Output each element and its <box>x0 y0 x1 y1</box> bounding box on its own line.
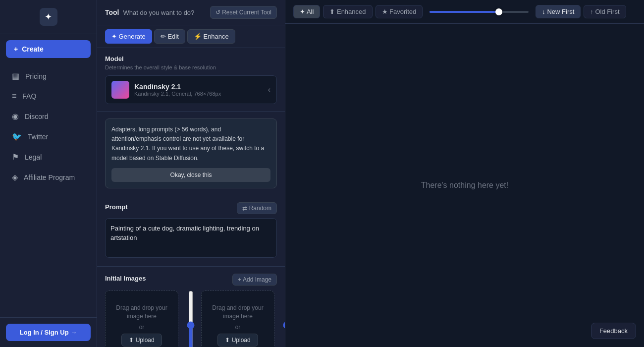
initial-images-section: Initial Images + Add Image Drag and drop… <box>97 267 285 347</box>
edit-button[interactable]: ✏ Edit <box>154 29 185 44</box>
random-button[interactable]: ⇄ Random <box>237 202 277 214</box>
sidebar-item-affiliate[interactable]: ◈ Affiliate Program <box>4 168 93 187</box>
prompt-label: Prompt <box>105 203 128 211</box>
plus-icon: + <box>14 45 18 53</box>
tool-panel: Tool What do you want to do? ↺ Reset Cur… <box>97 0 285 347</box>
enhance-button[interactable]: ⚡ Enhance <box>187 29 235 44</box>
or-text-1: or <box>139 324 145 331</box>
sidebar-item-pricing[interactable]: ▦ Pricing <box>4 66 93 86</box>
model-avatar <box>111 81 129 99</box>
upload-button-1[interactable]: ⬆ Upload <box>121 334 161 347</box>
image-drop-area: Drag and drop your image here or ⬆ Uploa… <box>105 290 277 347</box>
drop-text-2: Drag and drop your image here <box>208 304 268 321</box>
generate-button[interactable]: ✦ Generate <box>105 29 152 44</box>
prompt-header: Prompt ⇄ Random <box>105 202 277 214</box>
model-desc: Kandinsky 2.1, General, 768×768px <box>134 91 221 97</box>
gallery-panel: ✦ All ⬆ Enhanced ★ Favorited ↓ New First… <box>285 0 644 347</box>
slider-thumb <box>495 8 502 15</box>
drop-slot-wrapper-2: Drag and drop your image here or ⬆ Uploa… <box>201 290 274 347</box>
filter-favorited-button[interactable]: ★ Favorited <box>376 5 423 18</box>
sidebar-item-twitter[interactable]: 🐦 Twitter <box>4 127 93 146</box>
create-button[interactable]: + Create <box>6 40 91 58</box>
tool-label: Tool <box>105 8 119 16</box>
model-section-label: Model <box>105 55 277 62</box>
sidebar-nav: ▦ Pricing ≡ FAQ ◉ Discord 🐦 Twitter ⚑ Le… <box>0 64 97 317</box>
drop-slot-2[interactable]: Drag and drop your image here or ⬆ Uploa… <box>201 290 274 347</box>
quality-slider[interactable] <box>429 11 529 13</box>
tool-question: What do you want to do? <box>123 9 195 16</box>
tool-header: Tool What do you want to do? ↺ Reset Cur… <box>97 0 285 25</box>
slider-fill <box>429 11 499 13</box>
sidebar-item-faq[interactable]: ≡ FAQ <box>4 87 93 106</box>
warning-text: Adapters, long prompts (> 56 words), and… <box>111 126 264 162</box>
model-name: Kandinsky 2.1 <box>134 83 221 91</box>
sort-new-first-button[interactable]: ↓ New First <box>536 5 581 18</box>
gallery-header: ✦ All ⬆ Enhanced ★ Favorited ↓ New First… <box>285 0 644 24</box>
drop-slot-wrapper-1: Drag and drop your image here or ⬆ Uploa… <box>105 290 178 347</box>
sidebar-logo: ✦ <box>0 0 97 34</box>
model-info: Kandinsky 2.1 Kandinsky 2.1, General, 76… <box>134 83 221 97</box>
tool-actions: ✦ Generate ✏ Edit ⚡ Enhance <box>97 25 285 48</box>
sidebar-login-button[interactable]: Log In / Sign Up → <box>6 324 91 341</box>
pricing-icon: ▦ <box>12 71 19 81</box>
slider-wrapper-1: 1.0 <box>186 290 195 347</box>
reset-tool-button[interactable]: ↺ Reset Current Tool <box>210 6 277 19</box>
discord-icon: ◉ <box>12 112 19 121</box>
legal-icon: ⚑ <box>12 152 19 162</box>
logo-icon: ✦ <box>40 8 57 26</box>
images-header: Initial Images + Add Image <box>105 274 277 286</box>
ok-close-button[interactable]: Okay, close this <box>111 168 270 182</box>
add-image-button[interactable]: + Add Image <box>232 274 277 286</box>
sort-old-first-button[interactable]: ↑ Old First <box>584 5 626 18</box>
drop-slot-1[interactable]: Drag and drop your image here or ⬆ Uploa… <box>105 290 178 347</box>
initial-images-label: Initial Images <box>105 275 146 282</box>
sidebar-item-legal[interactable]: ⚑ Legal <box>4 147 93 167</box>
chevron-left-icon: ‹ <box>268 85 270 94</box>
or-text-2: or <box>235 324 241 331</box>
gallery-empty: There's nothing here yet! <box>285 24 644 347</box>
warning-box: Adapters, long prompts (> 56 words), and… <box>105 118 277 188</box>
sidebar: ✦ + Create ▦ Pricing ≡ FAQ ◉ Discord 🐦 T… <box>0 0 97 347</box>
sidebar-item-discord[interactable]: ◉ Discord <box>4 107 93 126</box>
drop-text-1: Drag and drop your image here <box>111 304 172 321</box>
filter-enhanced-button[interactable]: ⬆ Enhanced <box>323 5 372 18</box>
feedback-button[interactable]: Feedback <box>591 323 636 339</box>
sidebar-bottom: Log In / Sign Up → <box>0 317 97 347</box>
upload-button-2[interactable]: ⬆ Upload <box>217 334 258 347</box>
model-section: Model Determines the overall style & bas… <box>97 48 285 112</box>
twitter-icon: 🐦 <box>12 132 22 141</box>
filter-all-button[interactable]: ✦ All <box>293 5 320 18</box>
model-section-sub: Determines the overall style & base reso… <box>105 64 277 70</box>
prompt-section: Prompt ⇄ Random <box>97 195 285 267</box>
model-card[interactable]: Kandinsky 2.1 Kandinsky 2.1, General, 76… <box>105 75 277 104</box>
prompt-textarea[interactable] <box>105 218 277 258</box>
affiliate-icon: ◈ <box>12 173 18 182</box>
faq-icon: ≡ <box>12 92 16 101</box>
image-slider-1[interactable] <box>186 290 195 347</box>
